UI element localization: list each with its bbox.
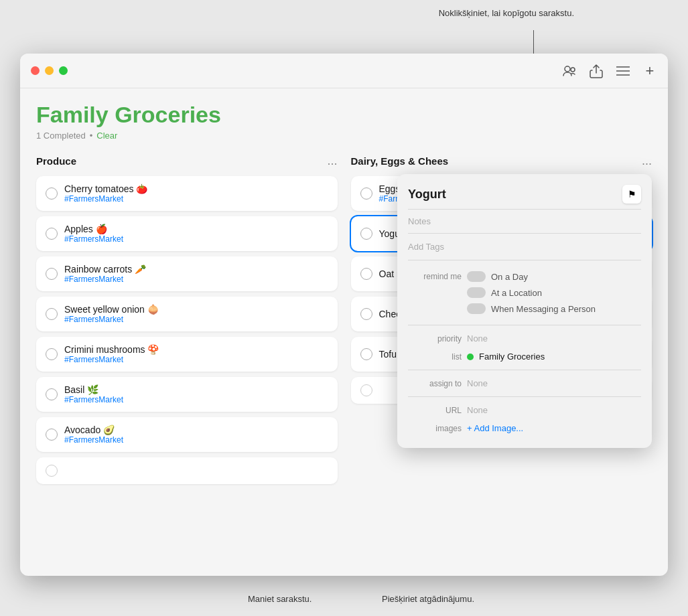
item-tag: #FarmersMarket [64, 315, 159, 324]
main-content: Family Groceries 1 Completed • Clear Pro… [20, 88, 668, 576]
url-label: URL [408, 406, 462, 415]
priority-label: priority [408, 334, 462, 343]
list-item[interactable]: Rainbow carrots 🥕 #FarmersMarket [36, 256, 338, 291]
columns-wrapper: Produce ... Cherry tomatoes 🍅 #FarmersMa… [36, 154, 652, 484]
item-checkbox[interactable] [360, 348, 372, 360]
add-image-label: + Add Image... [467, 423, 523, 433]
maximize-button[interactable] [59, 66, 68, 75]
list-label: list [408, 352, 462, 362]
list-item[interactable]: Sweet yellow onion 🧅 #FarmersMarket [36, 297, 338, 331]
share-icon[interactable] [589, 64, 604, 78]
item-name: Crimini mushrooms 🍄 [64, 344, 159, 355]
list-item[interactable]: Cherry tomatoes 🍅 #FarmersMarket [36, 176, 338, 211]
subtitle-row: 1 Completed • Clear [36, 131, 652, 141]
svg-point-1 [571, 68, 575, 72]
item-checkbox[interactable] [46, 308, 58, 320]
item-checkbox[interactable] [46, 429, 58, 441]
traffic-lights [31, 66, 68, 75]
assign-to-value[interactable]: None [467, 378, 488, 388]
dairy-more-button[interactable]: ... [642, 154, 652, 168]
annotation-bottom-right: Piešķiriet atgādinājumu. [382, 594, 474, 604]
add-image-button[interactable]: + Add Image... [467, 423, 523, 433]
item-tag: #FarmersMarket [64, 355, 159, 364]
item-checkbox[interactable] [46, 268, 58, 280]
list-item[interactable]: Apples 🍎 #FarmersMarket [36, 216, 338, 251]
minimize-button[interactable] [45, 66, 54, 75]
popup-assign-row: assign to None [408, 374, 641, 392]
on-a-day-label: On a Day [491, 272, 528, 282]
item-content: Tofu [379, 349, 397, 360]
item-content: Apples 🍎 #FarmersMarket [64, 224, 123, 244]
list-item[interactable]: Crimini mushrooms 🍄 #FarmersMarket [36, 337, 338, 372]
annotation-bottom-left: Maniet sarakstu. [248, 594, 312, 604]
app-title: Family Groceries [36, 102, 652, 128]
at-location-label: At a Location [491, 288, 542, 298]
list-item[interactable]: Basil 🌿 #FarmersMarket [36, 377, 338, 412]
subtitle-separator: • [90, 131, 93, 141]
produce-column: Produce ... Cherry tomatoes 🍅 #FarmersMa… [36, 154, 338, 484]
produce-column-header: Produce ... [36, 154, 338, 168]
popup-divider-6 [408, 396, 641, 397]
item-checkbox[interactable] [360, 228, 372, 240]
popup-list-row: list Family Groceries [408, 348, 641, 366]
on-a-day-toggle[interactable] [467, 271, 486, 282]
produce-title: Produce [36, 155, 76, 167]
item-tag: #FarmersMarket [64, 194, 147, 204]
item-name: Sweet yellow onion 🧅 [64, 304, 159, 315]
add-button[interactable]: + [642, 64, 657, 78]
collaborate-icon[interactable] [562, 64, 577, 78]
item-checkbox[interactable] [360, 308, 372, 320]
item-checkbox [360, 384, 372, 396]
list-color-dot [467, 354, 474, 360]
item-tag: #FarmersMarket [64, 395, 123, 404]
popup-location-row: At a Location [408, 285, 641, 301]
flag-button[interactable]: ⚑ [622, 185, 641, 204]
item-checkbox[interactable] [360, 187, 372, 200]
dairy-title: Dairy, Eggs & Chees [351, 155, 449, 167]
item-checkbox[interactable] [46, 388, 58, 400]
item-tag: #FarmersMarket [64, 435, 123, 445]
item-name: Tofu [379, 349, 397, 360]
svg-point-0 [565, 66, 570, 72]
produce-list: Cherry tomatoes 🍅 #FarmersMarket Apples … [36, 176, 338, 484]
item-content: Avocado 🥑 #FarmersMarket [64, 425, 123, 445]
item-checkbox [46, 465, 58, 477]
url-value[interactable]: None [467, 405, 488, 415]
at-location-toggle[interactable] [467, 287, 486, 298]
popup-add-tags[interactable]: Add Tags [408, 238, 641, 256]
item-checkbox[interactable] [46, 348, 58, 360]
popup-divider-3 [408, 260, 641, 260]
produce-more-button[interactable]: ... [327, 154, 337, 168]
when-messaging-toggle[interactable] [467, 303, 486, 314]
item-checkbox[interactable] [46, 228, 58, 240]
item-name: Basil 🌿 [64, 384, 123, 395]
priority-value[interactable]: None [467, 333, 488, 343]
item-content: Crimini mushrooms 🍄 #FarmersMarket [64, 344, 159, 364]
popup-priority-row: priority None [408, 329, 641, 348]
clear-button[interactable]: Clear [96, 131, 117, 141]
list-value[interactable]: Family Groceries [479, 352, 545, 362]
toolbar-right: + [562, 64, 657, 78]
item-name: Avocado 🥑 [64, 425, 123, 435]
item-checkbox[interactable] [46, 187, 58, 200]
list-item[interactable]: Avocado 🥑 #FarmersMarket [36, 417, 338, 452]
popup-messaging-row: When Messaging a Person [408, 301, 641, 317]
popup-divider-2 [408, 233, 641, 234]
add-produce-item[interactable] [36, 457, 338, 484]
item-checkbox[interactable] [360, 268, 372, 280]
popup-remind-section: remind me On a Day At a Location When Me… [408, 264, 641, 321]
popup-notes[interactable]: Notes [408, 214, 641, 229]
list-view-icon[interactable] [616, 64, 630, 78]
title-bar: + [20, 54, 668, 88]
item-tag: #FarmersMarket [64, 275, 146, 284]
popup-images-row: images + Add Image... [408, 419, 641, 437]
close-button[interactable] [31, 66, 40, 75]
popup-title: Yogurt [408, 187, 446, 202]
completed-count: 1 Completed [36, 131, 86, 141]
dairy-column-header: Dairy, Eggs & Chees ... [351, 154, 652, 168]
assign-to-label: assign to [408, 379, 462, 388]
popup-remind-row: remind me On a Day [408, 268, 641, 285]
item-content: Sweet yellow onion 🧅 #FarmersMarket [64, 304, 159, 324]
popup-divider-4 [408, 325, 641, 325]
detail-popup: Yogurt ⚑ Notes Add Tags remind me On a D… [397, 174, 652, 448]
